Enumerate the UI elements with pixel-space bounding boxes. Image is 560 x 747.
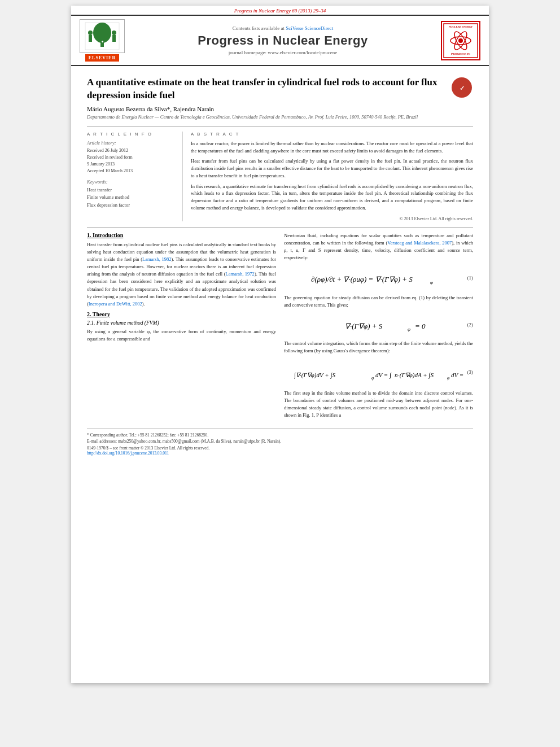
email-note: (M.A.B. da Silva), — [200, 439, 232, 444]
keywords-label: Keywords: — [87, 179, 177, 185]
crossmark-circle: ✓ — [452, 77, 472, 98]
section-2-heading: 2. Theory — [87, 311, 276, 317]
svg-text:✦: ✦ — [101, 40, 104, 43]
svg-rect-6 — [112, 35, 116, 42]
svg-text:·(Γ∇φ)dA + ∫S: ·(Γ∇φ)dA + ∫S — [398, 372, 434, 379]
article-history: Article history: Received 26 July 2012 R… — [87, 140, 177, 174]
equation-3-block: ∫∇·(Γ∇φ)dV + ∫S φ dV = ∫ n ·(Γ∇φ)dA + ∫S… — [284, 359, 473, 385]
affiliation: Departamento de Energia Nuclear — Centro… — [87, 114, 473, 121]
body-content: 1. Introduction Heat transfer from cylin… — [87, 227, 473, 423]
keywords-list: Heat transfer Finite volume method Flux … — [87, 186, 177, 209]
page: Progress in Nuclear Energy 69 (2013) 29–… — [71, 6, 489, 683]
equation-1-block: ∂(ρφ)/∂t + ∇·(ρuφ) = ∇·(Γ∇φ) + S φ (1) — [284, 266, 473, 290]
svg-point-5 — [112, 30, 116, 35]
subsection-2-1: 2.1. Finite volume method (FVM) — [87, 320, 276, 326]
sciverse-link[interactable]: SciVerse ScienceDirect — [286, 25, 333, 31]
keyword-3: Flux depression factor — [87, 202, 177, 209]
journal-header: ✦ ELSEVIER Contents lists available at S… — [71, 15, 489, 66]
equation-2-number: (2) — [467, 322, 474, 327]
equation-1-number: (1) — [467, 275, 474, 281]
article-title: A quantitative estimate on the heat tran… — [87, 76, 445, 102]
journal-center: Contents lists available at SciVerse Sci… — [128, 25, 438, 55]
elsevier-logo: ✦ ELSEVIER — [77, 19, 128, 62]
abstract-col: A B S T R A C T In a nuclear reactor, th… — [191, 132, 473, 221]
right-para-4: The first step in the finite volume meth… — [284, 390, 473, 420]
abstract-para-3: In this research, a quantitative estimat… — [191, 183, 473, 212]
email-3-link[interactable]: narain@ufpe.br — [233, 439, 260, 444]
email-label: E-mail addresses: — [87, 439, 117, 444]
svg-text:dV = 0: dV = 0 — [451, 372, 463, 378]
ref-lamarsh-1982[interactable]: Lamarsh, 1982 — [142, 256, 171, 262]
body-right-col: Newtonian fluid, including equations for… — [284, 232, 473, 423]
journal-homepage: journal homepage: www.elsevier.com/locat… — [133, 50, 432, 55]
footnote-star: * Corresponding author. Tel.: +55 81 212… — [87, 432, 473, 438]
contents-text: Contents lists available at — [233, 25, 286, 31]
right-para-1: Newtonian fluid, including equations for… — [284, 232, 473, 262]
main-content: A quantitative estimate on the heat tran… — [71, 66, 489, 461]
received-1: Received 26 July 2012 — [87, 147, 177, 154]
history-label: Article history: — [87, 140, 177, 146]
svg-text:dV = ∫: dV = ∫ — [375, 372, 392, 379]
page-footer: * Corresponding author. Tel.: +55 81 212… — [87, 429, 473, 456]
svg-text:PROGRESS IN: PROGRESS IN — [451, 53, 470, 55]
section-2-1-para: By using a general variable φ, the conse… — [87, 328, 276, 343]
authors-text: Mário Augusto Bezerra da Silva*, Rajendr… — [87, 106, 214, 112]
svg-rect-4 — [89, 35, 92, 42]
nuclear-logo: PROGRESS IN NUCLEAR ENERGY — [441, 21, 480, 60]
svg-text:= 0: = 0 — [415, 322, 426, 330]
equation-3: ∫∇·(Γ∇φ)dV + ∫S φ dV = ∫ n ·(Γ∇φ)dA + ∫S… — [294, 359, 463, 385]
email-1-link[interactable]: mabs250@yahoo.com.br — [118, 439, 160, 444]
body-left-col: 1. Introduction Heat transfer from cylin… — [87, 232, 276, 423]
svg-text:φ: φ — [371, 375, 374, 381]
svg-point-9 — [458, 38, 463, 43]
svg-text:φ: φ — [430, 279, 433, 285]
authors: Mário Augusto Bezerra da Silva*, Rajendr… — [87, 106, 473, 112]
keyword-1: Heat transfer — [87, 186, 177, 194]
right-para-2: The governing equation for steady diffus… — [284, 294, 473, 309]
svg-text:∫∇·(Γ∇φ)dV + ∫S: ∫∇·(Γ∇φ)dV + ∫S — [294, 372, 335, 379]
svg-text:NUCLEAR ENERGY: NUCLEAR ENERGY — [449, 25, 473, 28]
equation-2-block: ∇·(Γ∇φ) + S φ = 0 (2) — [284, 314, 473, 335]
two-col-info-abstract: A R T I C L E I N F O Article history: R… — [87, 126, 473, 221]
svg-text:φ: φ — [408, 326, 410, 332]
copyright-line: © 2013 Elsevier Ltd. All rights reserved… — [191, 216, 473, 221]
article-info-col: A R T I C L E I N F O Article history: R… — [87, 132, 183, 221]
received-2: Received in revised form — [87, 154, 177, 161]
journal-title-main: Progress in Nuclear Energy — [133, 33, 432, 48]
journal-citation: Progress in Nuclear Energy 69 (2013) 29–… — [234, 8, 326, 14]
email-2-link[interactable]: mabs500@gmail.com — [163, 439, 200, 444]
abstract-text: In a nuclear reactor, the power is limit… — [191, 140, 473, 212]
elsevier-label: ELSEVIER — [85, 54, 119, 62]
equation-2: ∇·(Γ∇φ) + S φ = 0 — [328, 314, 430, 335]
svg-text:∇·(Γ∇φ) + S: ∇·(Γ∇φ) + S — [345, 322, 383, 330]
received-2-date: 9 January 2013 — [87, 161, 177, 168]
svg-text:∂(ρφ)/∂t + ∇·(ρuφ) = ∇·(Γ∇φ) +: ∂(ρφ)/∂t + ∇·(ρuφ) = ∇·(Γ∇φ) + S — [311, 275, 413, 283]
abstract-para-2: Heat transfer from fuel pins can be calc… — [191, 158, 473, 179]
journal-top-bar: Progress in Nuclear Energy 69 (2013) 29–… — [71, 6, 489, 15]
ref-lamarsh-1972[interactable]: Lamarsh, 1972 — [226, 271, 255, 277]
elsevier-logo-image: ✦ — [80, 19, 125, 53]
ref-versteeg[interactable]: Versteeg and Malalasekera, 2007 — [387, 240, 452, 246]
svg-text:✓: ✓ — [460, 85, 465, 91]
body-two-col: 1. Introduction Heat transfer from cylin… — [87, 232, 473, 423]
footer-issn: 0149-1970/$ – see front matter © 2013 El… — [87, 445, 473, 451]
journal-logo-right: PROGRESS IN NUCLEAR ENERGY — [438, 21, 483, 60]
article-info-label: A R T I C L E I N F O — [87, 132, 177, 137]
contents-line: Contents lists available at SciVerse Sci… — [133, 25, 432, 31]
right-para-3: The control volume integration, which fo… — [284, 340, 473, 355]
section-1-para-1: Heat transfer from cylindrical nuclear f… — [87, 241, 276, 308]
keywords-section: Keywords: Heat transfer Finite volume me… — [87, 179, 177, 209]
footnote-email: E-mail addresses: mabs250@yahoo.com.br, … — [87, 438, 473, 444]
homepage-text: journal homepage: www.elsevier.com/locat… — [229, 50, 337, 55]
keyword-2: Finite volume method — [87, 194, 177, 202]
svg-point-3 — [88, 30, 93, 35]
equation-1: ∂(ρφ)/∂t + ∇·(ρuφ) = ∇·(Γ∇φ) + S φ — [311, 266, 447, 290]
equation-3-number: (3) — [467, 369, 474, 375]
accepted-date: Accepted 10 March 2013 — [87, 168, 177, 174]
crossmark-badge: ✓ — [450, 76, 473, 99]
svg-text:φ: φ — [447, 375, 450, 381]
ref-incropera[interactable]: Incropera and DeWitt, 2002 — [89, 301, 142, 307]
footer-doi[interactable]: http://dx.doi.org/10.1016/j.pnucene.2013… — [87, 451, 473, 456]
abstract-label: A B S T R A C T — [191, 132, 473, 137]
abstract-para-1: In a nuclear reactor, the power is limit… — [191, 140, 473, 155]
